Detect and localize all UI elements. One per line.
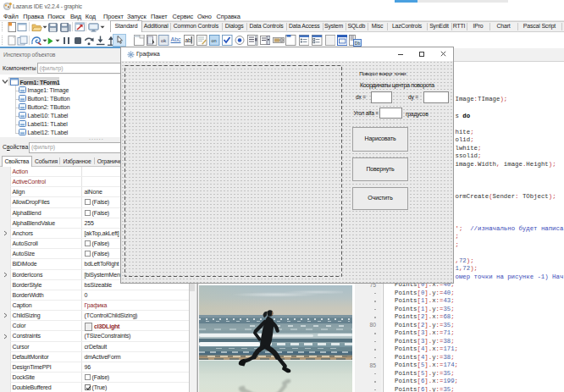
svg-text:ab: ab (185, 37, 192, 43)
svg-text:ok: ok (161, 38, 167, 43)
svg-text:on: on (211, 37, 216, 42)
svg-text:Db: Db (355, 40, 361, 45)
